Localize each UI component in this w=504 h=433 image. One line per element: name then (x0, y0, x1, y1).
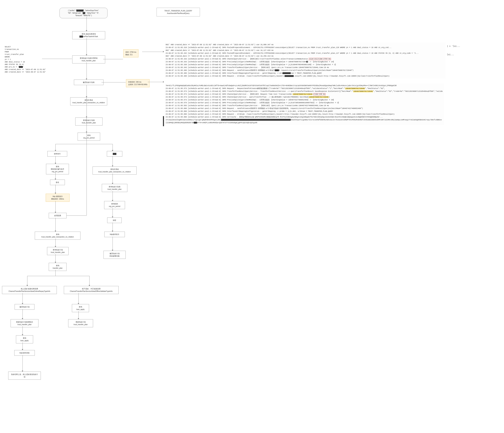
right-encrypt: 加密 (107, 217, 122, 223)
task-send-plan: 扣款结果上送，线上还款发送扣款计划 (8, 372, 41, 380)
api-box: TRUST_TRANSFER_PLAN_QUERY /loan/transfer… (157, 8, 200, 17)
right-query-relation: 查询关系表 trust_transfer_plan_transaction_no… (93, 166, 137, 174)
batch-num-hl: 1984975096791715840 (353, 90, 373, 92)
log-line: 23-09-07 11:51:05.310 [schedule-worker-p… (166, 46, 445, 49)
task-update-plan-2: 更新扣款计划 trust_transfer_plan (68, 319, 93, 327)
log-line: 23-09-07 11:51:05.333 [schedule-worker-p… (166, 61, 445, 63)
sql-block: SELECT transaction_no FROM trust_transfe… (5, 46, 46, 73)
batch-num-hl: 1984975096791715840 (345, 88, 365, 89)
note-240: 单查耗时: 240 ms 总耗时: 211*240=50.640s (126, 79, 150, 87)
log-line: 23-09-07 11:51:05.366 [schedule-worker-p… (166, 69, 445, 72)
log-line: 002' AND created_date >= '2023-07-09 11:… (166, 55, 445, 58)
log-line: 002' AND created_date >= '2023-07-09 11:… (166, 49, 445, 52)
right-root: ███ (107, 151, 122, 156)
pipe-2: [si... (447, 53, 454, 56)
task-http-call: http 调用资方 网络耗时: 190ms (46, 194, 70, 202)
log-line: 002' AND created_date >= '2023-07-09 11:… (166, 43, 445, 46)
task-query-loanapply-2: 查询 loan_apply (72, 304, 89, 312)
task-query-relation: 查询关系表 trust_transfer_plan_transaction_no… (70, 97, 107, 105)
task-sign: 签名 (50, 180, 65, 185)
task-query-relation-2: 查询 trust_transfer_plan_transaction_no_re… (35, 232, 81, 240)
log-panel-1: 002' AND created_date >= '2023-07-09 11:… (165, 42, 446, 78)
log-line: 23-09-07 11:51:05.333 [schedule-worker-p… (166, 58, 445, 61)
bracket-marker (163, 116, 164, 126)
right-http: http请求资方 (104, 232, 125, 237)
task-online-repay: 线上还款 组装结果回调 ChannelTransferPlanService#d… (2, 286, 57, 294)
params-json: { "proNo": "██████", "beforeDaysTime": "… (59, 8, 108, 18)
log-line: 23-09-07 11:51:05.366 [schedule-worker-p… (166, 75, 445, 78)
log-line: 23-09-07 11:51:05.332 [schedule-worker-p… (166, 52, 445, 55)
pipe-1: | > '[si... (447, 45, 460, 47)
log-line: 23-09-07 11:51:05.608 [schedule-worker-p… (166, 110, 443, 113)
batch-num-hl: 1984975096791715840 (293, 93, 313, 95)
task-query-plan-2: 查询扣款计划表 trust_transfer_plan (75, 117, 102, 126)
log-line: 23-09-07 11:51:05.573 [schedule-worker-p… (166, 98, 443, 101)
log-line: 23-09-07 11:51:05.339 [schedule-worker-p… (166, 63, 445, 66)
log-line: 23-09-07 11:51:05.608 [schedule-worker-p… (166, 113, 443, 116)
batch-num-hl: 1984975096791715840 (309, 96, 329, 98)
note-2784: 耗时: 2784 ms 数量: 211 (123, 49, 138, 57)
task-foreach-plan: 遍历扣款计划表 (74, 79, 103, 85)
task-query-result: 查询-还款结果查询 ███nePlanTaskInfoTask (72, 31, 105, 39)
task-handle-callback: 处理回调 (49, 213, 67, 218)
highlight-size-time: size:211|time:2784 ms (309, 58, 331, 60)
log-panel-2: 7W+UCi/fLiP85gKHpEpBZuKboIRyHHIuLFoMDLGW… (165, 83, 444, 125)
right-query-plan: 查询扣款计划表 trust_transfer_plan (102, 184, 127, 192)
right-query-org: 查询机构 org_pro_period (104, 201, 125, 209)
log-blob: 7W+UCi/fLiP85gKHpEpBZuKboIRyHHIuLFoMDLGW… (166, 84, 443, 87)
task-query-loanapply: 查询 loan_apply (16, 335, 33, 343)
task-request-funder: 请求资方 (47, 151, 67, 156)
log-line: 23-09-07 11:51:05.366 [schedule-worker-p… (166, 72, 445, 75)
log-line: 23-09-07 11:51:05.573 [schedule-worker-p… (166, 96, 443, 98)
highlight-240: time:240 ms (314, 93, 326, 95)
log-line: 23-09-07 11:51:05.343 [schedule-worker-p… (166, 66, 445, 69)
log-blob-2: IYtskplmveZIkgmKvnpnzoZD8azj7lgvjgA/gBqN… (166, 119, 443, 124)
task-query-orgproperiod-cond: 查询 增加项目编号条件 org_pro_period (46, 164, 69, 174)
task-query-transferplan: 查询 transfer_plan (49, 263, 67, 271)
api-path: /loan/transferPlanResultQuery (160, 12, 197, 15)
log-line: 23-09-07 11:51:05.608 [schedule-worker-p… (166, 116, 443, 119)
log-line: 23-09-07 11:51:05.608 [schedule-worker-p… (166, 107, 443, 110)
log-line: 23-09-07 11:51:05.578 [schedule-worker-p… (166, 101, 443, 104)
log-line: 23-09-07 11:51:05.573 [schedule-worker-p… (166, 87, 443, 90)
log-line: 23-09-07 11:51:05.573 [schedule-worker-p… (166, 90, 443, 93)
log-line: 23-09-07 11:51:05.583 [schedule-worker-p… (166, 104, 443, 107)
task-update-plan-status: 更新扣款计划回调状态 trust_transfer_plan (11, 319, 38, 327)
canvas: { "proNo": "██████", "beforeDaysTime": "… (0, 0, 504, 433)
task-foreach-plan-2: 遍历扣款计划 (15, 304, 35, 310)
task-offline-validate: 线下还款、冲正组装回调 ChannelTransferPlanService#d… (64, 286, 119, 294)
api-name: TRUST_TRANSFER_PLAN_QUERY (160, 9, 197, 12)
task-query-plan-3: 查询扣款计划 trust_transfer_plan (47, 247, 69, 255)
task-query-plan-126: 查询扣款计划表126库表 trust_transfer_plan (72, 55, 105, 63)
task-query-orgproperiod: 查询 org_pro_period (78, 133, 100, 141)
right-build-params: 遍历扣款计划 构造参数转换 (103, 251, 126, 259)
task-success-msg: 扣款成功消息 (14, 350, 35, 356)
log-line: 23-09-07 11:51:05.573 [schedule-worker-p… (166, 93, 443, 96)
